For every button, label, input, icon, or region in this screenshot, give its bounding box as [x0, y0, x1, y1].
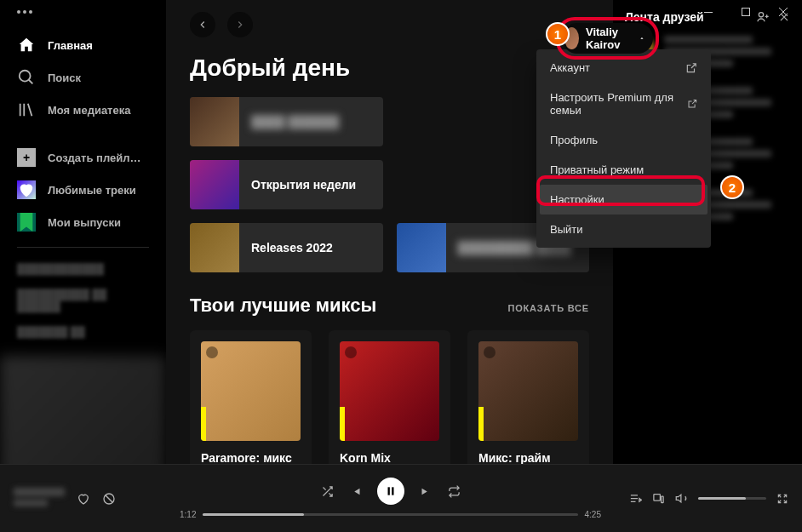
- show-all-link[interactable]: ПОКАЗАТЬ ВСЕ: [508, 303, 590, 313]
- repeat-button[interactable]: [448, 485, 461, 498]
- nav-episodes[interactable]: Мои выпуски: [0, 206, 166, 238]
- shortcut-card[interactable]: ████ ██████: [190, 97, 383, 146]
- back-button[interactable]: [190, 12, 215, 37]
- app-menu[interactable]: [0, 10, 166, 29]
- section-title-mixes: Твои лучшие миксы: [190, 295, 376, 317]
- fullscreen-icon[interactable]: [776, 493, 788, 505]
- window-close[interactable]: [765, 0, 802, 24]
- menu-settings[interactable]: Настройки: [540, 185, 707, 215]
- nav-search[interactable]: Поиск: [0, 61, 166, 94]
- shortcut-card-discover[interactable]: Открытия недели: [190, 160, 383, 209]
- next-button[interactable]: [420, 485, 433, 498]
- nav-episodes-label: Мои выпуски: [48, 216, 121, 229]
- svg-rect-8: [662, 496, 664, 503]
- volume-icon[interactable]: [675, 492, 688, 505]
- mix-card[interactable]: Paramore: микс: [190, 330, 312, 476]
- playlist-item[interactable]: ██████████ ██ ██████: [0, 282, 166, 319]
- playlist-item[interactable]: ████████████: [0, 256, 166, 282]
- nav-library[interactable]: Моя медиатека: [0, 94, 166, 126]
- plus-icon: +: [17, 148, 36, 167]
- heart-outline-icon[interactable]: [77, 492, 90, 506]
- external-link-icon: [685, 62, 697, 74]
- window-maximize[interactable]: [727, 0, 765, 24]
- svg-rect-7: [654, 495, 661, 501]
- devices-icon[interactable]: [652, 492, 665, 505]
- menu-private[interactable]: Приватный режим: [540, 155, 707, 185]
- heart-icon: [17, 180, 36, 199]
- library-icon: [17, 100, 36, 119]
- nav-library-label: Моя медиатека: [48, 104, 130, 117]
- progress-bar[interactable]: [203, 513, 577, 516]
- previous-button[interactable]: [349, 485, 362, 498]
- nav-search-label: Поиск: [48, 72, 81, 84]
- nav-create-label: Создать плейл…: [48, 152, 141, 164]
- svg-point-2: [20, 71, 31, 82]
- nav-create-playlist[interactable]: + Создать плейл…: [0, 141, 166, 174]
- nav-home[interactable]: Главная: [0, 29, 166, 61]
- home-icon: [17, 36, 36, 54]
- user-menu-button[interactable]: Vitaliy Kairov: [562, 23, 653, 54]
- queue-icon[interactable]: [629, 492, 642, 505]
- page-title: Добрый день: [190, 54, 589, 82]
- bookmark-icon: [17, 213, 36, 232]
- forward-button[interactable]: [227, 12, 253, 37]
- playlist-item[interactable]: ███████ ██: [0, 319, 166, 345]
- user-name: Vitaliy Kairov: [586, 26, 632, 51]
- window-minimize[interactable]: [690, 0, 727, 24]
- menu-logout[interactable]: Выйти: [540, 215, 707, 244]
- block-icon[interactable]: [102, 492, 116, 506]
- svg-rect-5: [387, 487, 389, 495]
- shortcut-card-releases[interactable]: Releases 2022: [190, 223, 383, 272]
- annotation-step-1: 1 Vitaliy Kairov: [556, 17, 659, 60]
- search-icon: [17, 68, 36, 87]
- menu-profile[interactable]: Профиль: [540, 125, 707, 155]
- svg-rect-1: [742, 9, 750, 16]
- mix-card[interactable]: Korn Mix: [329, 330, 450, 476]
- time-elapsed: 1:12: [180, 510, 196, 519]
- caret-up-icon: [639, 33, 645, 43]
- volume-slider[interactable]: [698, 497, 766, 500]
- nav-liked-songs[interactable]: Любимые треки: [0, 174, 166, 206]
- svg-rect-0: [704, 12, 713, 13]
- mix-card[interactable]: Микс: грайм: [467, 330, 589, 476]
- nav-home-label: Главная: [48, 39, 93, 52]
- shuffle-button[interactable]: [321, 485, 334, 498]
- pause-button[interactable]: [377, 478, 404, 505]
- now-playing-info[interactable]: [14, 488, 65, 510]
- time-total: 4:25: [585, 510, 601, 519]
- menu-premium[interactable]: Настроить Premium для семьи: [540, 83, 707, 125]
- nav-liked-label: Любимые треки: [48, 184, 136, 197]
- external-link-icon: [687, 98, 697, 110]
- svg-rect-6: [392, 487, 393, 495]
- user-dropdown: Аккаунт Настроить Premium для семьи Проф…: [536, 49, 711, 248]
